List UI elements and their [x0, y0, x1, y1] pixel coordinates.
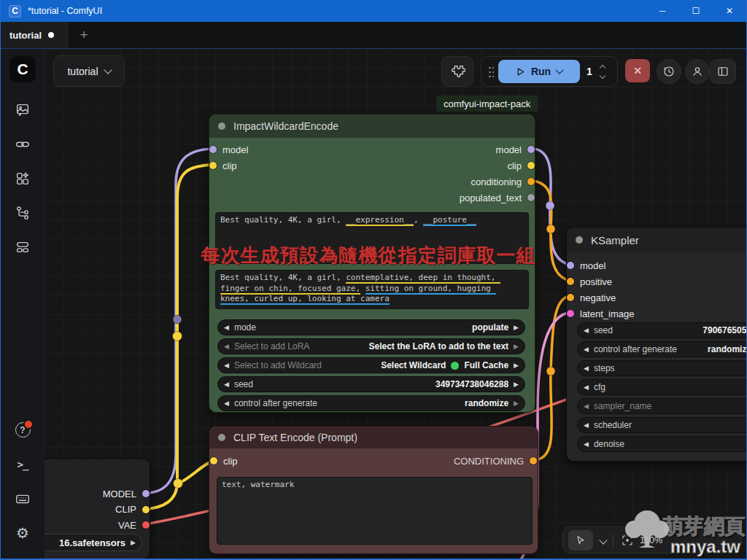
next-arrow-icon[interactable]: ▶: [514, 324, 519, 331]
node-clip-text-encode[interactable]: CLIP Text Encode (Prompt) clip CONDITION…: [209, 426, 538, 554]
zoom-level[interactable]: 110%: [640, 535, 662, 545]
sidebar-item-keyboard-icon[interactable]: [8, 481, 37, 516]
next-arrow-icon[interactable]: ▶: [514, 381, 519, 388]
history-button[interactable]: [657, 59, 681, 84]
prev-arrow-icon[interactable]: ◀: [224, 381, 229, 388]
input-slot-clip[interactable]: clip: [209, 158, 237, 174]
next-arrow-icon[interactable]: ▶: [131, 539, 136, 546]
slot-dot[interactable]: [210, 457, 217, 464]
node-impact-wildcard-encode[interactable]: ImpactWildcardEncode modelclipmodelclipc…: [209, 114, 535, 413]
sidebar-item-workflows-icon[interactable]: [8, 195, 37, 230]
cancel-button[interactable]: ✕: [625, 59, 650, 82]
next-arrow-icon[interactable]: ▶: [514, 400, 519, 407]
slot-dot[interactable]: [209, 146, 217, 153]
prev-arrow-icon[interactable]: ◀: [224, 324, 229, 331]
prev-arrow-icon[interactable]: ◀: [224, 362, 229, 369]
node-header[interactable]: CLIP Text Encode (Prompt): [209, 427, 538, 448]
ckpt-name-widget[interactable]: 16.safetensors ▶: [44, 534, 142, 551]
input-slot-positive[interactable]: positive: [567, 273, 612, 289]
batch-count[interactable]: 1: [580, 66, 599, 77]
widget-control-after-generate[interactable]: ◀control after generaterandomize▶: [217, 395, 525, 411]
widget-mode[interactable]: ◀modepopulate▶: [217, 319, 525, 335]
drag-handle-icon[interactable]: [488, 66, 494, 77]
slot-dot[interactable]: [527, 162, 535, 169]
output-slot-conditioning[interactable]: CONDITIONING: [454, 453, 538, 469]
sidebar-item-help-icon[interactable]: ?: [8, 413, 37, 447]
run-button[interactable]: Run: [498, 60, 580, 83]
input-slot-clip[interactable]: clip: [209, 453, 238, 469]
widget-control-after-generate[interactable]: ◀control after generaterandomize▶: [577, 341, 746, 357]
slot-dot[interactable]: [567, 262, 574, 269]
node-canvas[interactable]: tutorial Run 1: [44, 49, 746, 559]
workflow-menu[interactable]: tutorial: [53, 55, 125, 87]
prev-arrow-icon[interactable]: ◀: [584, 402, 589, 410]
slot-dot[interactable]: [142, 506, 150, 513]
node-header[interactable]: KSampler: [567, 228, 746, 252]
input-slot-model[interactable]: model: [567, 257, 605, 273]
new-tab-button[interactable]: +: [68, 22, 100, 48]
output-slot-CLIP[interactable]: CLIP: [115, 502, 150, 518]
sidebar-item-settings-gear-icon[interactable]: ⚙: [8, 516, 37, 550]
slot-dot[interactable]: [142, 521, 150, 529]
prev-arrow-icon[interactable]: ◀: [584, 327, 589, 334]
widget-cfg[interactable]: ◀cfg▶: [577, 379, 746, 395]
output-slot-clip[interactable]: clip: [507, 158, 535, 174]
slot-dot[interactable]: [527, 178, 535, 185]
slot-dot[interactable]: [527, 194, 535, 201]
prev-arrow-icon[interactable]: ◀: [224, 343, 229, 350]
slot-dot[interactable]: [567, 278, 574, 285]
widget-steps[interactable]: ◀steps▶: [577, 360, 746, 376]
cursor-tool-button[interactable]: [568, 530, 593, 551]
sidebar-item-node-library-icon[interactable]: [8, 161, 37, 195]
chevron-down-icon[interactable]: [599, 536, 607, 544]
sidebar-item-image-gallery-icon[interactable]: [8, 93, 37, 127]
collapse-dot-icon[interactable]: [218, 434, 225, 441]
output-slot-MODEL[interactable]: MODEL: [103, 486, 150, 502]
output-slot-conditioning[interactable]: conditioning: [471, 174, 535, 190]
close-button[interactable]: ✕: [713, 0, 746, 22]
widget-select-to-add-lora[interactable]: ◀Select to add LoRASelect the LoRA to ad…: [217, 338, 525, 354]
node-load-checkpoint[interactable]: MODELCLIPVAE 16.safetensors ▶: [44, 459, 150, 559]
fit-view-icon[interactable]: [621, 534, 634, 547]
output-slot-populated_text[interactable]: populated_text: [460, 190, 535, 206]
slot-dot[interactable]: [142, 490, 150, 497]
prev-arrow-icon[interactable]: ◀: [584, 384, 589, 391]
input-slot-model[interactable]: model: [209, 141, 248, 158]
node-ksampler[interactable]: KSampler modelpositivenegativelatent_ima…: [566, 227, 746, 462]
collapse-dot-icon[interactable]: [576, 236, 583, 244]
widget-sampler_name[interactable]: ◀sampler_name▶: [577, 398, 746, 414]
collapse-dot-icon[interactable]: [218, 122, 225, 130]
sidebar-item-model-library-icon[interactable]: [8, 127, 37, 161]
maximize-button[interactable]: ☐: [679, 0, 713, 22]
widget-scheduler[interactable]: ◀scheduler▶: [577, 417, 746, 433]
slot-dot[interactable]: [567, 294, 574, 301]
sidebar-item-terminal-icon[interactable]: >_: [8, 447, 37, 481]
slot-dot[interactable]: [209, 162, 217, 169]
prev-arrow-icon[interactable]: ◀: [224, 400, 229, 407]
slot-dot[interactable]: [527, 146, 535, 153]
slot-dot[interactable]: [530, 457, 537, 464]
user-button[interactable]: [685, 59, 710, 84]
widget-select-to-add-wildcard[interactable]: ◀Select to add WildcardSelect WildcardFu…: [217, 357, 525, 373]
widget-seed[interactable]: ◀seed7906765058▶: [577, 322, 746, 338]
manager-button[interactable]: [441, 56, 473, 87]
input-slot-latent_image[interactable]: latent_image: [567, 306, 634, 322]
tab-tutorial[interactable]: tutorial: [1, 22, 68, 48]
output-slot-model[interactable]: model: [496, 141, 535, 158]
minimize-button[interactable]: ─: [646, 0, 679, 22]
prev-arrow-icon[interactable]: ◀: [584, 440, 589, 448]
prev-arrow-icon[interactable]: ◀: [584, 346, 589, 353]
panel-toggle-button[interactable]: [710, 59, 736, 84]
slot-dot[interactable]: [567, 310, 574, 317]
populated-text-input[interactable]: Best quality, 4K, a girl, contemplative,…: [215, 270, 529, 309]
input-slot-negative[interactable]: negative: [567, 289, 616, 306]
sidebar-item-templates-icon[interactable]: [8, 230, 37, 264]
prompt-text-input[interactable]: text, watermark: [217, 477, 533, 545]
node-header[interactable]: ImpactWildcardEncode: [209, 114, 535, 138]
output-slot-VAE[interactable]: VAE: [118, 517, 150, 533]
batch-stepper[interactable]: [600, 66, 605, 78]
widget-seed[interactable]: ◀seed349734738046288▶: [217, 376, 525, 392]
prev-arrow-icon[interactable]: ◀: [584, 365, 589, 372]
prev-arrow-icon[interactable]: ◀: [584, 421, 589, 429]
next-arrow-icon[interactable]: ▶: [514, 343, 519, 350]
